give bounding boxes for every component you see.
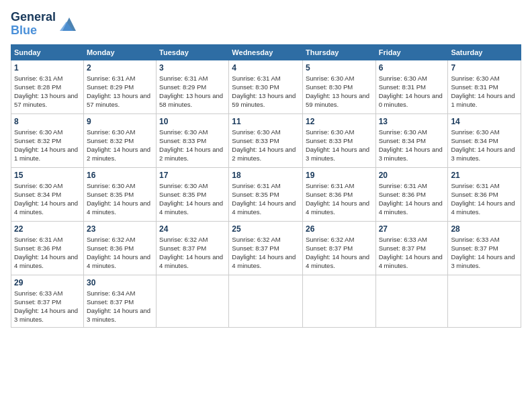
day-number: 7 xyxy=(451,63,518,73)
day-info: Sunrise: 6:32 AMSunset: 8:37 PMDaylight:… xyxy=(159,236,223,270)
day-number: 21 xyxy=(451,171,518,180)
day-info: Sunrise: 6:31 AMSunset: 8:30 PMDaylight:… xyxy=(232,75,296,109)
day-number: 22 xyxy=(14,224,81,234)
day-info: Sunrise: 6:30 AMSunset: 8:31 PMDaylight:… xyxy=(379,75,443,109)
calendar-day-5: 5 Sunrise: 6:30 AMSunset: 8:30 PMDayligh… xyxy=(302,60,375,113)
day-number: 11 xyxy=(232,117,300,126)
day-info: Sunrise: 6:33 AMSunset: 8:37 PMDaylight:… xyxy=(451,236,515,270)
day-info: Sunrise: 6:32 AMSunset: 8:37 PMDaylight:… xyxy=(306,236,369,270)
calendar-day-28: 28 Sunrise: 6:33 AMSunset: 8:37 PMDaylig… xyxy=(448,221,521,275)
calendar-day-20: 20 Sunrise: 6:31 AMSunset: 8:36 PMDaylig… xyxy=(375,167,448,221)
day-info: Sunrise: 6:32 AMSunset: 8:36 PMDaylight:… xyxy=(87,236,150,270)
calendar-day-12: 12 Sunrise: 6:30 AMSunset: 8:33 PMDaylig… xyxy=(302,113,375,167)
page-header: General Blue xyxy=(11,11,521,38)
day-info: Sunrise: 6:31 AMSunset: 8:36 PMDaylight:… xyxy=(451,182,515,216)
calendar-day-24: 24 Sunrise: 6:32 AMSunset: 8:37 PMDaylig… xyxy=(157,221,229,275)
calendar-day-18: 18 Sunrise: 6:31 AMSunset: 8:35 PMDaylig… xyxy=(229,167,303,221)
calendar-week-2: 8 Sunrise: 6:30 AMSunset: 8:32 PMDayligh… xyxy=(11,113,521,167)
calendar-week-1: 1 Sunrise: 6:31 AMSunset: 8:28 PMDayligh… xyxy=(11,60,521,113)
day-info: Sunrise: 6:30 AMSunset: 8:33 PMDaylight:… xyxy=(306,128,369,163)
day-number: 10 xyxy=(159,117,226,126)
day-info: Sunrise: 6:31 AMSunset: 8:28 PMDaylight:… xyxy=(14,75,78,109)
calendar-day-27: 27 Sunrise: 6:33 AMSunset: 8:37 PMDaylig… xyxy=(375,221,448,275)
calendar-day-1: 1 Sunrise: 6:31 AMSunset: 8:28 PMDayligh… xyxy=(11,60,84,113)
day-number: 23 xyxy=(87,224,153,234)
day-info: Sunrise: 6:32 AMSunset: 8:37 PMDaylight:… xyxy=(232,236,296,270)
calendar-day-2: 2 Sunrise: 6:31 AMSunset: 8:29 PMDayligh… xyxy=(83,60,156,113)
calendar-day-23: 23 Sunrise: 6:32 AMSunset: 8:36 PMDaylig… xyxy=(83,221,156,275)
day-number: 6 xyxy=(379,63,445,73)
day-number: 28 xyxy=(451,224,518,234)
col-header-saturday: Saturday xyxy=(448,44,521,60)
calendar-table: SundayMondayTuesdayWednesdayThursdayFrid… xyxy=(11,44,521,328)
day-info: Sunrise: 6:30 AMSunset: 8:32 PMDaylight:… xyxy=(14,128,78,163)
day-info: Sunrise: 6:33 AMSunset: 8:37 PMDaylight:… xyxy=(379,236,443,270)
empty-cell xyxy=(302,275,375,327)
day-info: Sunrise: 6:30 AMSunset: 8:33 PMDaylight:… xyxy=(232,128,296,163)
calendar-day-26: 26 Sunrise: 6:32 AMSunset: 8:37 PMDaylig… xyxy=(302,221,375,275)
col-header-monday: Monday xyxy=(83,44,156,60)
day-number: 14 xyxy=(451,117,518,126)
day-number: 25 xyxy=(232,224,300,234)
day-info: Sunrise: 6:33 AMSunset: 8:37 PMDaylight:… xyxy=(14,289,78,324)
logo-general: General xyxy=(11,11,56,24)
calendar-day-17: 17 Sunrise: 6:30 AMSunset: 8:35 PMDaylig… xyxy=(157,167,229,221)
col-header-wednesday: Wednesday xyxy=(229,44,303,60)
calendar-day-30: 30 Sunrise: 6:34 AMSunset: 8:37 PMDaylig… xyxy=(83,275,156,327)
day-info: Sunrise: 6:30 AMSunset: 8:34 PMDaylight:… xyxy=(379,128,443,163)
day-number: 13 xyxy=(379,117,445,126)
calendar-day-6: 6 Sunrise: 6:30 AMSunset: 8:31 PMDayligh… xyxy=(375,60,448,113)
day-info: Sunrise: 6:31 AMSunset: 8:36 PMDaylight:… xyxy=(306,182,369,216)
day-info: Sunrise: 6:30 AMSunset: 8:33 PMDaylight:… xyxy=(159,128,223,163)
day-number: 20 xyxy=(379,171,445,180)
col-header-friday: Friday xyxy=(375,44,448,60)
day-info: Sunrise: 6:30 AMSunset: 8:34 PMDaylight:… xyxy=(14,182,78,216)
calendar-day-10: 10 Sunrise: 6:30 AMSunset: 8:33 PMDaylig… xyxy=(157,113,229,167)
calendar-day-8: 8 Sunrise: 6:30 AMSunset: 8:32 PMDayligh… xyxy=(11,113,84,167)
logo-icon xyxy=(58,13,80,35)
calendar-day-25: 25 Sunrise: 6:32 AMSunset: 8:37 PMDaylig… xyxy=(229,221,303,275)
day-info: Sunrise: 6:34 AMSunset: 8:37 PMDaylight:… xyxy=(87,289,150,324)
day-number: 30 xyxy=(87,278,153,287)
calendar-day-4: 4 Sunrise: 6:31 AMSunset: 8:30 PMDayligh… xyxy=(229,60,303,113)
calendar-day-13: 13 Sunrise: 6:30 AMSunset: 8:34 PMDaylig… xyxy=(375,113,448,167)
day-info: Sunrise: 6:30 AMSunset: 8:30 PMDaylight:… xyxy=(306,75,369,109)
day-number: 19 xyxy=(306,171,373,180)
day-info: Sunrise: 6:30 AMSunset: 8:31 PMDaylight:… xyxy=(451,75,515,109)
day-number: 9 xyxy=(87,117,153,126)
day-number: 24 xyxy=(159,224,226,234)
calendar-day-14: 14 Sunrise: 6:30 AMSunset: 8:34 PMDaylig… xyxy=(448,113,521,167)
calendar-day-9: 9 Sunrise: 6:30 AMSunset: 8:32 PMDayligh… xyxy=(83,113,156,167)
calendar-week-4: 22 Sunrise: 6:31 AMSunset: 8:36 PMDaylig… xyxy=(11,221,521,275)
calendar-day-11: 11 Sunrise: 6:30 AMSunset: 8:33 PMDaylig… xyxy=(229,113,303,167)
day-number: 8 xyxy=(14,117,81,126)
day-info: Sunrise: 6:31 AMSunset: 8:36 PMDaylight:… xyxy=(14,236,78,270)
day-number: 17 xyxy=(159,171,226,180)
day-number: 1 xyxy=(14,63,81,73)
calendar-day-22: 22 Sunrise: 6:31 AMSunset: 8:36 PMDaylig… xyxy=(11,221,84,275)
day-info: Sunrise: 6:30 AMSunset: 8:34 PMDaylight:… xyxy=(451,128,515,163)
logo-blue: Blue xyxy=(11,24,56,38)
day-number: 5 xyxy=(306,63,373,73)
day-number: 4 xyxy=(232,63,300,73)
calendar-header-row: SundayMondayTuesdayWednesdayThursdayFrid… xyxy=(11,44,521,60)
day-number: 29 xyxy=(14,278,81,287)
calendar-day-21: 21 Sunrise: 6:31 AMSunset: 8:36 PMDaylig… xyxy=(448,167,521,221)
day-number: 18 xyxy=(232,171,300,180)
calendar-day-19: 19 Sunrise: 6:31 AMSunset: 8:36 PMDaylig… xyxy=(302,167,375,221)
calendar-day-29: 29 Sunrise: 6:33 AMSunset: 8:37 PMDaylig… xyxy=(11,275,84,327)
day-info: Sunrise: 6:30 AMSunset: 8:35 PMDaylight:… xyxy=(159,182,223,216)
day-info: Sunrise: 6:30 AMSunset: 8:32 PMDaylight:… xyxy=(87,128,150,163)
day-number: 15 xyxy=(14,171,81,180)
day-info: Sunrise: 6:30 AMSunset: 8:35 PMDaylight:… xyxy=(87,182,150,216)
calendar-week-3: 15 Sunrise: 6:30 AMSunset: 8:34 PMDaylig… xyxy=(11,167,521,221)
day-info: Sunrise: 6:31 AMSunset: 8:36 PMDaylight:… xyxy=(379,182,443,216)
empty-cell xyxy=(375,275,448,327)
day-number: 26 xyxy=(306,224,373,234)
day-number: 12 xyxy=(306,117,373,126)
logo: General Blue xyxy=(11,11,80,38)
calendar-day-16: 16 Sunrise: 6:30 AMSunset: 8:35 PMDaylig… xyxy=(83,167,156,221)
calendar-day-3: 3 Sunrise: 6:31 AMSunset: 8:29 PMDayligh… xyxy=(157,60,229,113)
day-number: 2 xyxy=(87,63,153,73)
empty-cell xyxy=(448,275,521,327)
